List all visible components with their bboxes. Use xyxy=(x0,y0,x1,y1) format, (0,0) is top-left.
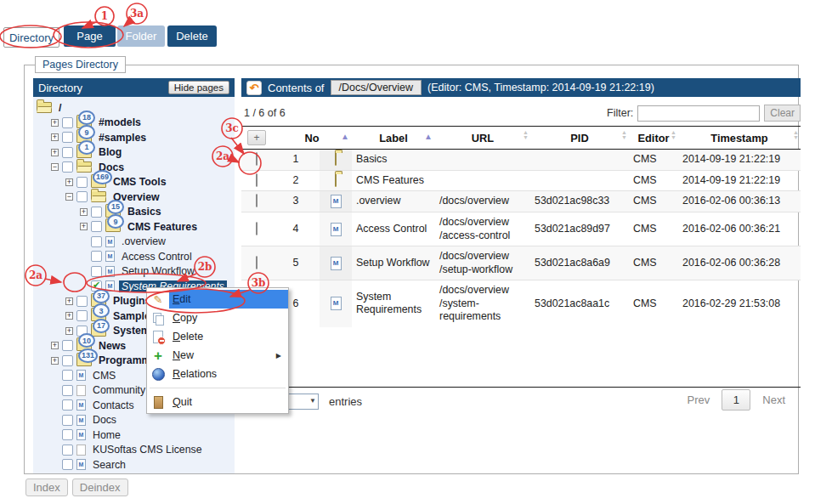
tree-item-label[interactable]: Community xyxy=(90,384,148,396)
folder-icon xyxy=(335,152,337,166)
tree-item: M.overview xyxy=(33,235,235,250)
tree-item-label[interactable]: .overview xyxy=(119,235,168,247)
row-checkbox[interactable] xyxy=(256,152,258,166)
tree-checkbox[interactable] xyxy=(76,296,88,307)
column-header-pid[interactable]: PID▲▼ xyxy=(530,127,629,150)
tab-delete[interactable]: Delete xyxy=(167,25,217,47)
table-row[interactable]: 6MSystem Requirements/docs/overview /sys… xyxy=(241,280,801,327)
tab-page[interactable]: Page xyxy=(64,25,116,47)
expand-icon[interactable]: + xyxy=(51,133,59,141)
tree-checkbox[interactable] xyxy=(62,445,73,456)
table-row[interactable]: 2CMS FeaturesCMS2014-09-19 21:22:19 xyxy=(241,170,801,191)
expand-icon[interactable]: + xyxy=(51,342,59,349)
expand-icon[interactable]: + xyxy=(65,178,73,186)
tree-item-label[interactable]: #models xyxy=(96,116,144,128)
expand-icon[interactable]: + xyxy=(65,312,73,320)
tree-checkbox[interactable] xyxy=(91,266,102,277)
row-checkbox[interactable] xyxy=(256,173,258,187)
tree-checkbox[interactable] xyxy=(62,370,73,381)
tree-checkbox[interactable] xyxy=(62,117,73,128)
column-header-timestamp[interactable]: Timestamp▲▼ xyxy=(678,127,801,150)
menu-separator xyxy=(150,388,286,388)
tree-checkbox[interactable] xyxy=(62,385,73,396)
tree-checkbox[interactable] xyxy=(76,191,88,202)
tree-checkbox[interactable] xyxy=(62,459,73,470)
annotation-circle-1 xyxy=(95,7,114,25)
tree-item-label[interactable]: News xyxy=(96,340,128,352)
table-row[interactable]: 3M.overview/docs/overview53d021ac98c33CM… xyxy=(241,191,801,212)
tree-item-label[interactable]: / xyxy=(56,102,64,114)
current-page-button[interactable]: 1 xyxy=(722,389,750,411)
tree-checkbox[interactable] xyxy=(76,310,88,321)
menu-item-edit[interactable]: ✎Edit xyxy=(147,290,288,309)
expand-icon[interactable]: + xyxy=(65,297,73,305)
tree-item-label[interactable]: Basics xyxy=(125,206,164,218)
add-row-button[interactable]: + xyxy=(247,130,266,145)
tree-item: MSearch xyxy=(33,457,235,473)
clear-filter-button[interactable]: Clear xyxy=(764,105,801,122)
collapse-icon[interactable]: − xyxy=(65,193,73,201)
deindex-button[interactable]: Deindex xyxy=(72,479,128,496)
tree-checkbox[interactable] xyxy=(62,399,73,411)
tree-checkbox[interactable] xyxy=(91,251,102,262)
filter-input[interactable] xyxy=(637,105,760,122)
next-page-button[interactable]: Next xyxy=(762,394,785,406)
hide-pages-button[interactable]: Hide pages xyxy=(168,81,229,94)
tree-item-label[interactable]: Setup Workflow xyxy=(119,265,197,277)
menu-item-relations[interactable]: Relations xyxy=(147,365,288,383)
tree-item-label[interactable]: Blog xyxy=(96,146,124,158)
tab-folder[interactable]: Folder xyxy=(117,25,165,47)
tree-checkbox[interactable] xyxy=(62,132,73,143)
column-header-no[interactable]: No▲ xyxy=(272,127,352,150)
tree-item-label[interactable]: Search xyxy=(90,459,128,471)
prev-page-button[interactable]: Prev xyxy=(688,394,710,406)
tree-item-label[interactable]: CMS xyxy=(90,370,118,382)
menu-item-new[interactable]: +New▶ xyxy=(147,346,288,365)
row-checkbox[interactable] xyxy=(256,194,258,207)
tree-checkbox[interactable] xyxy=(62,355,73,366)
tree-item-label[interactable]: Access Control xyxy=(119,251,195,263)
tree-item-label[interactable]: Contacts xyxy=(90,399,137,411)
tree-checkbox[interactable] xyxy=(76,177,88,188)
contents-meta: (Editor: CMS, Timestamp: 2014-09-19 21:2… xyxy=(427,82,654,93)
collapse-icon[interactable]: − xyxy=(51,163,59,171)
tree-item-label[interactable]: #samples xyxy=(96,132,149,144)
menu-item-delete[interactable]: Delete xyxy=(147,327,288,346)
row-checkbox[interactable] xyxy=(256,222,258,235)
tree-checkbox[interactable] xyxy=(62,415,73,426)
row-label-cell: Setup Workflow xyxy=(352,246,435,280)
menu-item-quit[interactable]: Quit xyxy=(147,393,288,411)
table-row[interactable]: 1BasicsCMS2014-09-19 21:22:19 xyxy=(241,150,801,171)
expand-icon[interactable]: + xyxy=(51,119,59,127)
expand-icon[interactable]: + xyxy=(80,223,88,230)
tree-item-label[interactable]: CMS Tools xyxy=(110,176,169,188)
tree-item-label[interactable]: CMS Features xyxy=(125,221,200,233)
tree-checkbox[interactable] xyxy=(91,207,102,218)
menu-item-copy[interactable]: Copy xyxy=(147,309,288,327)
filter-label: Filter: xyxy=(607,107,633,119)
table-row[interactable]: 5MSetup Workflow/docs/overview /setup-wo… xyxy=(241,246,801,280)
path-button[interactable]: /Docs/Overview xyxy=(331,80,422,95)
index-button[interactable]: Index xyxy=(25,479,68,496)
tree-checkbox[interactable] xyxy=(62,161,73,173)
tree-checkbox[interactable] xyxy=(62,147,73,158)
column-header-label[interactable]: Label▲ xyxy=(352,127,435,150)
tree-checkbox[interactable] xyxy=(62,429,73,440)
tree-checkbox[interactable] xyxy=(91,221,102,232)
column-header-editor[interactable]: Editor▲▼ xyxy=(629,127,678,150)
expand-icon[interactable]: + xyxy=(80,208,88,216)
row-checkbox[interactable] xyxy=(256,256,258,269)
table-row[interactable]: 4MAccess Control/docs/overview /access-c… xyxy=(241,212,801,246)
tree-checkbox[interactable] xyxy=(91,236,102,247)
tree-checkbox[interactable] xyxy=(62,340,73,351)
sort-asc-icon: ▲ xyxy=(424,132,433,141)
expand-icon[interactable]: + xyxy=(51,357,59,365)
column-header-url[interactable]: URL▲▼ xyxy=(435,127,530,150)
tab-directory[interactable]: Directory xyxy=(3,27,59,48)
tree-item-label[interactable]: Home xyxy=(90,429,123,441)
expand-icon[interactable]: + xyxy=(51,149,59,156)
undo-arrow-icon[interactable]: ↶ xyxy=(246,81,262,95)
expand-icon[interactable]: + xyxy=(65,327,73,335)
tree-item-label[interactable]: KUSoftas CMS License xyxy=(90,444,205,456)
tree-item-label[interactable]: Docs xyxy=(90,414,119,426)
